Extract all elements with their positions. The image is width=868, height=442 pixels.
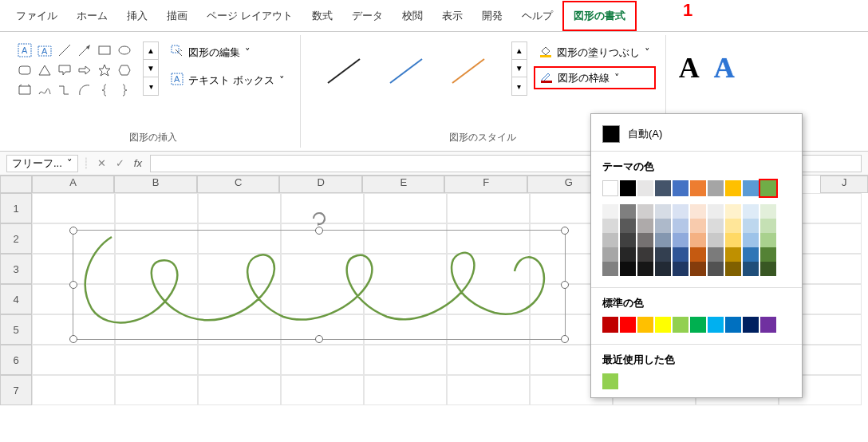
shade-swatch[interactable] [708,204,724,219]
fx-icon[interactable]: fx [131,157,145,169]
style-gallery-down[interactable]: ▼ [512,60,527,77]
col-head-a[interactable]: A [32,176,115,193]
shade-swatch[interactable] [725,262,741,276]
shade-swatch[interactable] [708,219,724,233]
col-head-f[interactable]: F [444,176,527,193]
row-head[interactable]: 5 [0,314,32,345]
wordart-gallery[interactable]: A A [676,41,738,94]
recent-color-swatch[interactable] [602,373,618,389]
shade-swatch[interactable] [743,233,759,247]
resize-handle-mr[interactable] [561,281,569,289]
theme-color-swatch[interactable] [743,180,759,196]
cell[interactable] [364,193,447,223]
color-auto-row[interactable]: 自動(A) [591,120,802,148]
shade-swatch[interactable] [655,204,671,219]
standard-color-swatch[interactable] [725,317,741,333]
shape-callout-icon[interactable] [56,61,73,79]
theme-color-swatch[interactable] [620,180,636,196]
name-box[interactable]: フリーフ... ˅ [6,155,78,172]
shape-textbox-b-icon[interactable]: A [36,41,53,59]
text-box-button[interactable]: A テキスト ボックス ˅ [165,69,290,91]
shapes-gallery-up[interactable]: ▲ [144,42,158,60]
menu-help[interactable]: ヘルプ [512,2,562,30]
enter-formula-icon[interactable]: ✓ [112,157,128,169]
cell[interactable] [198,193,281,223]
style-item-blue[interactable] [382,51,430,91]
shape-arc-icon[interactable] [76,81,93,99]
shade-swatch[interactable] [673,219,688,233]
row-head[interactable]: 3 [0,254,32,284]
cell[interactable] [32,193,115,223]
cell[interactable] [447,375,530,405]
cell[interactable] [447,345,530,375]
shade-swatch[interactable] [760,233,776,247]
shade-swatch[interactable] [690,219,706,233]
cell[interactable] [115,345,198,375]
shape-arrow-right-icon[interactable] [76,61,93,79]
shade-swatch[interactable] [655,247,671,262]
menu-home[interactable]: ホーム [67,2,117,30]
shade-swatch[interactable] [620,219,636,233]
shade-swatch[interactable] [725,233,741,247]
menu-view[interactable]: 表示 [432,2,472,30]
theme-color-swatch[interactable] [637,180,653,196]
shade-swatch[interactable] [620,247,636,262]
shape-triangle-icon[interactable] [36,61,53,79]
shade-swatch[interactable] [655,219,671,233]
cell[interactable] [32,375,115,405]
cell[interactable] [364,375,447,405]
shade-swatch[interactable] [690,247,706,262]
menu-shape-format[interactable]: 図形の書式 [562,1,637,31]
row-head[interactable]: 7 [0,375,32,405]
shade-swatch[interactable] [602,233,618,247]
row-head[interactable]: 6 [0,345,32,375]
col-head-d[interactable]: D [279,176,362,193]
shade-swatch[interactable] [743,204,759,219]
theme-color-swatch[interactable] [690,180,706,196]
resize-handle-bc[interactable] [315,335,323,343]
standard-color-swatch[interactable] [673,317,688,333]
shade-swatch[interactable] [708,233,724,247]
shade-swatch[interactable] [673,204,688,219]
cell[interactable] [198,345,281,375]
shade-swatch[interactable] [725,247,741,262]
cell[interactable] [115,375,198,405]
menu-formulas[interactable]: 数式 [302,2,342,30]
shade-swatch[interactable] [620,233,636,247]
standard-color-swatch[interactable] [602,317,618,333]
shade-swatch[interactable] [673,233,688,247]
shade-swatch[interactable] [760,247,776,262]
shade-swatch[interactable] [743,247,759,262]
shape-hexagon-icon[interactable] [116,61,133,79]
theme-color-swatch[interactable] [708,180,724,196]
menu-draw[interactable]: 描画 [157,2,197,30]
theme-color-swatch[interactable] [760,180,776,196]
shade-swatch[interactable] [602,247,618,262]
style-item-orange[interactable] [444,51,492,91]
shade-swatch[interactable] [637,219,653,233]
shade-swatch[interactable] [725,219,741,233]
select-all-corner[interactable] [0,176,32,193]
cell[interactable] [364,345,447,375]
standard-color-swatch[interactable] [620,317,636,333]
resize-handle-br[interactable] [561,335,569,343]
shade-swatch[interactable] [690,204,706,219]
shape-arrow-line-icon[interactable] [76,41,93,59]
standard-color-swatch[interactable] [760,317,776,333]
theme-color-swatch[interactable] [673,180,688,196]
shade-swatch[interactable] [743,219,759,233]
resize-handle-bl[interactable] [69,335,77,343]
shade-swatch[interactable] [760,262,776,276]
standard-color-swatch[interactable] [708,317,724,333]
shade-swatch[interactable] [655,262,671,276]
resize-handle-tl[interactable] [69,227,77,235]
style-gallery-more[interactable]: ▾ [512,77,527,95]
shape-flowchart-a-icon[interactable] [16,81,34,99]
style-gallery-up[interactable]: ▲ [512,42,527,60]
cell[interactable] [115,193,198,223]
style-item-black[interactable] [320,51,368,91]
wordart-style-blue[interactable]: A [714,51,735,85]
col-head-b[interactable]: B [114,176,197,193]
standard-color-swatch[interactable] [690,317,706,333]
col-head-e[interactable]: E [362,176,445,193]
